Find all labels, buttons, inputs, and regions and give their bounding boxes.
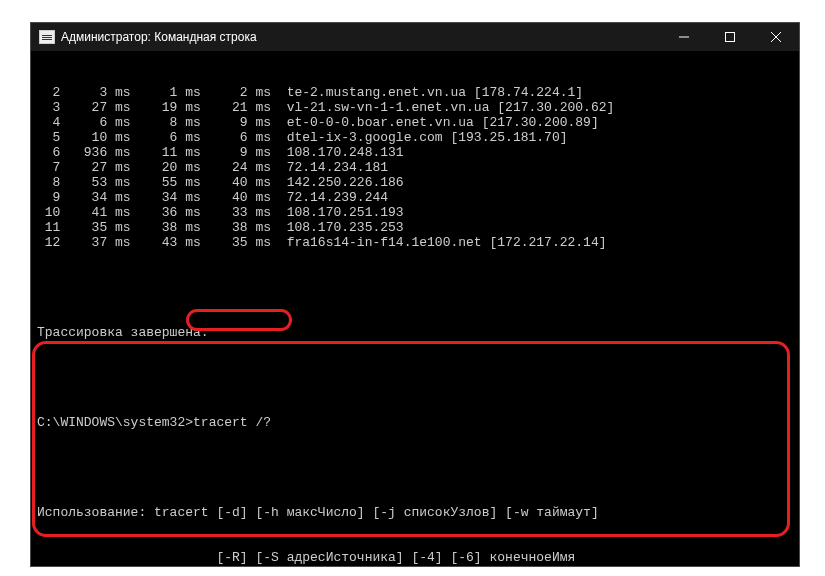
tracert-hops: 2 3 ms 1 ms 2 ms te-2.mustang.enet.vn.ua… [37,85,793,250]
prompt-line: C:\WINDOWS\system32>tracert /? [37,415,793,430]
tracert-row: 2 3 ms 1 ms 2 ms te-2.mustang.enet.vn.ua… [37,85,793,100]
cmd-icon [39,30,55,44]
tracert-row: 4 6 ms 8 ms 9 ms et-0-0-0.boar.enet.vn.u… [37,115,793,130]
svg-rect-1 [726,33,735,42]
blank-line [37,460,793,475]
tracert-row: 3 27 ms 19 ms 21 ms vl-21.sw-vn-1-1.enet… [37,100,793,115]
tracert-row: 9 34 ms 34 ms 40 ms 72.14.239.244 [37,190,793,205]
blank-line [37,280,793,295]
tracert-row: 7 27 ms 20 ms 24 ms 72.14.234.181 [37,160,793,175]
blank-line [37,370,793,385]
command-prompt-window: Администратор: Командная строка 2 3 ms 1… [30,22,800,567]
trace-complete: Трассировка завершена. [37,325,793,340]
prompt-command: tracert /? [193,415,271,430]
maximize-button[interactable] [707,23,753,51]
close-button[interactable] [753,23,799,51]
tracert-row: 10 41 ms 36 ms 33 ms 108.170.251.193 [37,205,793,220]
tracert-row: 11 35 ms 38 ms 38 ms 108.170.235.253 [37,220,793,235]
usage-line: Использование: tracert [-d] [-h максЧисл… [37,505,793,520]
tracert-row: 8 53 ms 55 ms 40 ms 142.250.226.186 [37,175,793,190]
minimize-button[interactable] [661,23,707,51]
tracert-row: 6 936 ms 11 ms 9 ms 108.170.248.131 [37,145,793,160]
titlebar[interactable]: Администратор: Командная строка [31,23,799,51]
window-controls [661,23,799,51]
usage-line: [-R] [-S адресИсточника] [-4] [-6] конеч… [37,550,793,565]
tracert-row: 5 10 ms 6 ms 6 ms dtel-ix-3.google.com [… [37,130,793,145]
tracert-row: 12 37 ms 43 ms 35 ms fra16s14-in-f14.1e1… [37,235,793,250]
prompt-path: C:\WINDOWS\system32> [37,415,193,430]
terminal-output[interactable]: 2 3 ms 1 ms 2 ms te-2.mustang.enet.vn.ua… [31,51,799,566]
window-title: Администратор: Командная строка [61,30,257,44]
